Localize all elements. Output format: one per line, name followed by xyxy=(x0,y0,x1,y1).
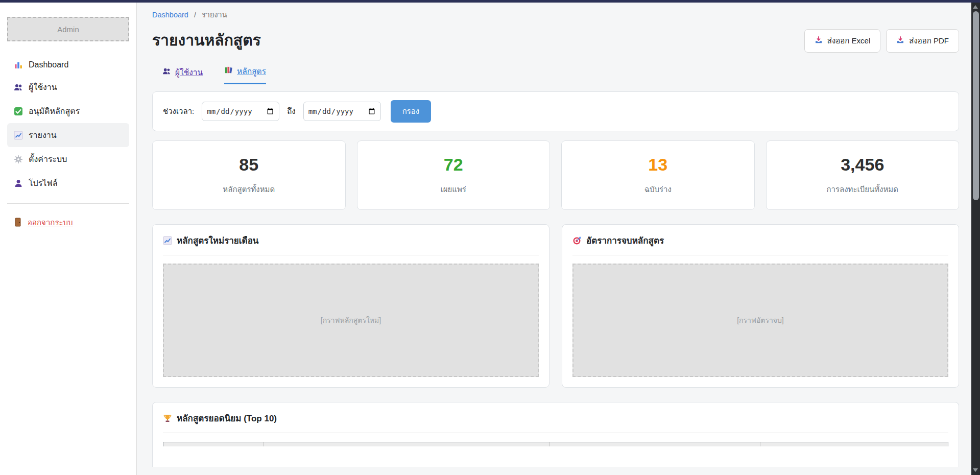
admin-logo-text: Admin xyxy=(57,25,79,34)
scrollbar-up-arrow-icon[interactable] xyxy=(973,5,978,9)
export-pdf-button[interactable]: ส่งออก PDF xyxy=(886,29,959,53)
export-excel-label: ส่งออก Excel xyxy=(827,35,870,47)
logout-label: ออกจากระบบ xyxy=(28,217,73,229)
chart-title: อัตราการจบหลักสูตร xyxy=(586,233,664,247)
export-button-group: ส่งออก Excel ส่งออก PDF xyxy=(804,29,959,53)
filter-bar: ช่วงเวลา: ถึง กรอง xyxy=(152,91,959,131)
users-icon xyxy=(14,83,23,92)
stat-card-drafts: 13 ฉบับร่าง xyxy=(561,140,755,210)
stat-label: การลงทะเบียนทั้งหมด xyxy=(767,183,959,196)
sidebar-item-approve-courses[interactable]: อนุมัติหลักสูตร xyxy=(7,99,129,123)
sidebar-nav: Dashboard ผู้ใช้งาน อนุมัติหลักสูตร รายง… xyxy=(7,55,129,195)
tab-bar: ผู้ใช้งาน หลักสูตร xyxy=(152,65,959,84)
users-icon xyxy=(162,67,171,78)
scrollbar-down-arrow-icon[interactable] xyxy=(973,468,978,472)
download-icon xyxy=(815,36,823,46)
sidebar-divider xyxy=(7,203,129,204)
page-scrollbar[interactable] xyxy=(971,3,980,475)
line-chart-icon xyxy=(14,131,23,140)
chart-title: หลักสูตรใหม่รายเดือน xyxy=(177,233,259,247)
date-from-input[interactable] xyxy=(202,102,279,121)
page-header-row: รายงานหลักสูตร ส่งออก Excel ส่งออก PDF xyxy=(152,28,959,53)
table-header-cell xyxy=(163,442,264,446)
tab-users-label: ผู้ใช้งาน xyxy=(175,66,203,79)
stat-value: 13 xyxy=(562,155,754,175)
filter-range-label: ช่วงเวลา: xyxy=(163,105,194,117)
charts-row: หลักสูตรใหม่รายเดือน [กราฟหลักสูตรใหม่] … xyxy=(152,224,959,388)
new-courses-chart-placeholder: [กราฟหลักสูตรใหม่] xyxy=(163,264,539,377)
door-icon xyxy=(14,218,22,228)
stat-card-total-courses: 85 หลักสูตรทั้งหมด xyxy=(152,140,346,210)
export-pdf-label: ส่งออก PDF xyxy=(909,35,949,47)
books-icon xyxy=(224,66,233,77)
chart-placeholder-text: [กราฟหลักสูตรใหม่] xyxy=(321,315,381,326)
trophy-icon xyxy=(163,414,172,423)
filter-to-label: ถึง xyxy=(287,105,295,117)
top-courses-card: หลักสูตรยอดนิยม (Top 10) xyxy=(152,402,959,467)
filter-button[interactable]: กรอง xyxy=(391,100,431,123)
tab-courses-label: หลักสูตร xyxy=(237,65,266,78)
stat-value: 72 xyxy=(357,155,550,175)
top-courses-header: หลักสูตรยอดนิยม (Top 10) xyxy=(163,411,948,425)
sidebar-item-profile[interactable]: โปรไฟล์ xyxy=(7,171,129,195)
stat-label: ฉบับร่าง xyxy=(562,183,754,196)
sidebar-item-label: โปรไฟล์ xyxy=(29,177,58,189)
sidebar-item-dashboard[interactable]: Dashboard xyxy=(7,55,129,75)
top-courses-table-header xyxy=(163,442,948,446)
target-icon xyxy=(572,236,582,245)
sidebar-item-reports[interactable]: รายงาน xyxy=(7,123,129,147)
breadcrumb-separator: / xyxy=(194,11,196,19)
card-divider xyxy=(163,255,539,255)
stats-row: 85 หลักสูตรทั้งหมด 72 เผยแพร่ 13 ฉบับร่า… xyxy=(152,140,959,210)
logout-link[interactable]: ออกจากระบบ xyxy=(7,211,129,234)
stat-label: เผยแพร่ xyxy=(357,183,550,196)
chart-card-completion-rate: อัตราการจบหลักสูตร [กราฟอัตราจบ] xyxy=(562,224,959,388)
admin-logo-placeholder: Admin xyxy=(7,17,129,41)
breadcrumb-current: รายงาน xyxy=(202,11,227,19)
sidebar-item-label: อนุมัติหลักสูตร xyxy=(29,105,80,117)
scrollbar-thumb[interactable] xyxy=(973,11,979,200)
stat-value: 85 xyxy=(153,155,345,175)
app-root: Admin Dashboard ผู้ใช้งาน อนุมัติหลักสูต… xyxy=(0,3,980,475)
main-content: Dashboard / รายงาน รายงานหลักสูตร ส่งออก… xyxy=(137,3,971,475)
date-to-input[interactable] xyxy=(303,102,381,121)
page-title: รายงานหลักสูตร xyxy=(152,28,261,52)
top-courses-title: หลักสูตรยอดนิยม (Top 10) xyxy=(177,411,277,425)
sidebar: Admin Dashboard ผู้ใช้งาน อนุมัติหลักสูต… xyxy=(0,3,137,475)
table-header-cell xyxy=(760,442,948,446)
chart-placeholder-text: [กราฟอัตราจบ] xyxy=(737,315,784,326)
gear-icon xyxy=(14,155,23,164)
table-header-cell xyxy=(549,442,760,446)
card-divider xyxy=(163,433,948,433)
chart-card-new-courses: หลักสูตรใหม่รายเดือน [กราฟหลักสูตรใหม่] xyxy=(152,224,549,388)
completion-rate-chart-placeholder: [กราฟอัตราจบ] xyxy=(572,264,948,377)
stat-label: หลักสูตรทั้งหมด xyxy=(153,183,345,196)
sidebar-item-label: ผู้ใช้งาน xyxy=(29,81,57,93)
tab-courses[interactable]: หลักสูตร xyxy=(224,65,266,84)
sidebar-item-label: รายงาน xyxy=(29,129,57,141)
stat-value: 3,456 xyxy=(767,155,959,175)
sidebar-item-label: Dashboard xyxy=(29,60,68,69)
table-header-cell xyxy=(264,442,549,446)
person-icon xyxy=(14,179,23,188)
export-excel-button[interactable]: ส่งออก Excel xyxy=(804,29,880,53)
download-icon xyxy=(896,36,904,46)
tab-users[interactable]: ผู้ใช้งาน xyxy=(162,65,203,84)
line-chart-icon xyxy=(163,236,172,245)
sidebar-item-label: ตั้งค่าระบบ xyxy=(29,153,67,165)
bar-chart-icon xyxy=(14,60,23,69)
stat-card-published: 72 เผยแพร่ xyxy=(357,140,551,210)
chart-card-header: หลักสูตรใหม่รายเดือน xyxy=(163,233,539,247)
chart-card-header: อัตราการจบหลักสูตร xyxy=(572,233,948,247)
stat-card-total-enrollments: 3,456 การลงทะเบียนทั้งหมด xyxy=(766,140,960,210)
sidebar-item-settings[interactable]: ตั้งค่าระบบ xyxy=(7,147,129,171)
check-icon xyxy=(14,107,23,116)
breadcrumb: Dashboard / รายงาน xyxy=(152,9,959,20)
card-divider xyxy=(572,255,948,255)
sidebar-item-users[interactable]: ผู้ใช้งาน xyxy=(7,75,129,99)
breadcrumb-dashboard-link[interactable]: Dashboard xyxy=(152,11,188,19)
